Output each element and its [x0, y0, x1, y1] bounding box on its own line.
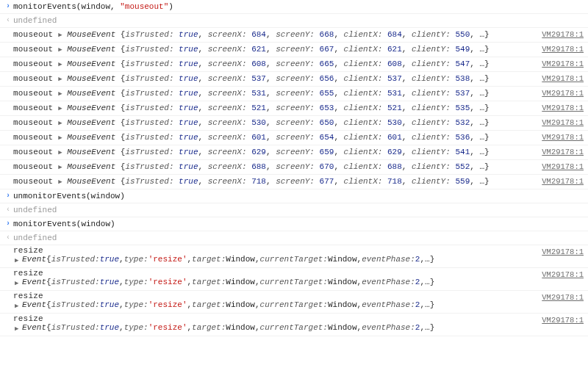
- console-log-row[interactable]: resize Event {isTrusted: true, type: 're…: [0, 314, 588, 336]
- source-link[interactable]: VM29178:1: [542, 87, 584, 99]
- event-name: resize: [13, 314, 43, 323]
- event-name: mouseout: [13, 89, 58, 98]
- console-output-row: undefined: [0, 14, 588, 28]
- event-name: mouseout: [13, 148, 58, 156]
- event-class: MouseEvent: [62, 104, 121, 112]
- undefined-value: undefined: [13, 234, 57, 242]
- event-class: MouseEvent: [62, 118, 121, 127]
- mouseevent-log: mouseout MouseEvent {isTrusted: true, sc…: [13, 43, 536, 56]
- console-log-row[interactable]: mouseout MouseEvent {isTrusted: true, sc…: [0, 72, 588, 87]
- output-icon: [3, 232, 13, 244]
- mouseevent-log: mouseout MouseEvent {isTrusted: true, sc…: [13, 131, 536, 144]
- expand-icon[interactable]: [15, 255, 22, 267]
- expand-icon[interactable]: [15, 278, 22, 289]
- console-log-row[interactable]: resize Event {isTrusted: true, type: 're…: [0, 291, 588, 314]
- console-input-row[interactable]: monitorEvents(window, "mouseout"): [0, 0, 588, 14]
- source-link[interactable]: VM29178:1: [542, 269, 584, 281]
- input-prompt-icon: [3, 1, 13, 12]
- mouseevent-log: mouseout MouseEvent {isTrusted: true, sc…: [13, 117, 536, 129]
- console-log-row[interactable]: mouseout MouseEvent {isTrusted: true, sc…: [0, 43, 588, 57]
- input-prompt-icon: [3, 218, 13, 230]
- source-link[interactable]: VM29178:1: [542, 58, 584, 70]
- mouseevent-log: mouseout MouseEvent {isTrusted: true, sc…: [13, 102, 536, 115]
- event-name: mouseout: [13, 45, 58, 54]
- source-link[interactable]: VM29178:1: [542, 146, 584, 158]
- mouseevent-log: mouseout MouseEvent {isTrusted: true, sc…: [13, 176, 536, 188]
- event-name: mouseout: [13, 74, 58, 83]
- event-class: MouseEvent: [62, 162, 121, 171]
- source-link[interactable]: VM29178:1: [542, 29, 584, 40]
- console-log-row[interactable]: mouseout MouseEvent {isTrusted: true, sc…: [0, 87, 588, 101]
- console-log-row[interactable]: mouseout MouseEvent {isTrusted: true, sc…: [0, 116, 588, 131]
- console-input[interactable]: unmonitorEvents(window): [13, 190, 584, 202]
- source-link[interactable]: VM29178:1: [542, 246, 584, 258]
- event-name: mouseout: [13, 177, 58, 186]
- event-name: mouseout: [13, 133, 58, 142]
- event-name: mouseout: [13, 118, 58, 127]
- event-class: Event: [22, 323, 46, 332]
- console-log-row[interactable]: mouseout MouseEvent {isTrusted: true, sc…: [0, 131, 588, 145]
- source-link[interactable]: VM29178:1: [542, 314, 584, 326]
- source-link[interactable]: VM29178:1: [542, 131, 584, 143]
- console-log-row[interactable]: mouseout MouseEvent {isTrusted: true, sc…: [0, 145, 588, 160]
- console-log-row[interactable]: mouseout MouseEvent {isTrusted: true, sc…: [0, 101, 588, 116]
- event-name: resize: [13, 269, 43, 278]
- console-output: undefined: [13, 232, 584, 244]
- event-name: mouseout: [13, 162, 58, 171]
- mouseevent-log: mouseout MouseEvent {isTrusted: true, sc…: [13, 29, 536, 41]
- event-class: MouseEvent: [62, 30, 121, 39]
- console-log-row[interactable]: mouseout MouseEvent {isTrusted: true, sc…: [0, 57, 588, 72]
- mouseevent-log: mouseout MouseEvent {isTrusted: true, sc…: [13, 146, 536, 159]
- console-input[interactable]: monitorEvents(window, "mouseout"): [13, 1, 584, 12]
- event-class: Event: [22, 278, 46, 286]
- output-icon: [3, 204, 13, 216]
- event-class: MouseEvent: [62, 177, 121, 186]
- expand-icon[interactable]: [15, 323, 22, 335]
- source-link[interactable]: VM29178:1: [542, 43, 584, 55]
- console-output-row: undefined: [0, 231, 588, 245]
- event-name: resize: [13, 292, 43, 300]
- console-input[interactable]: monitorEvents(window): [13, 218, 584, 230]
- mouseevent-log: mouseout MouseEvent {isTrusted: true, sc…: [13, 87, 536, 100]
- console-log-row[interactable]: mouseout MouseEvent {isTrusted: true, sc…: [0, 175, 588, 189]
- event-name: mouseout: [13, 30, 58, 39]
- event-name: mouseout: [13, 59, 58, 68]
- mouseevent-log: mouseout MouseEvent {isTrusted: true, sc…: [13, 161, 536, 173]
- console-output: undefined: [13, 15, 584, 26]
- event-class: Event: [22, 300, 46, 309]
- console-input-row[interactable]: unmonitorEvents(window): [0, 189, 588, 203]
- event-name: resize: [13, 246, 43, 255]
- console-log-row[interactable]: resize Event {isTrusted: true, type: 're…: [0, 245, 588, 268]
- console-output-row: undefined: [0, 203, 588, 217]
- event-class: MouseEvent: [62, 59, 121, 68]
- source-link[interactable]: VM29178:1: [542, 102, 584, 114]
- event-class: MouseEvent: [62, 45, 121, 54]
- event-name: mouseout: [13, 104, 58, 112]
- source-link[interactable]: VM29178:1: [542, 161, 584, 173]
- source-link[interactable]: VM29178:1: [542, 117, 584, 129]
- event-class: Event: [22, 255, 46, 264]
- source-link[interactable]: VM29178:1: [542, 73, 584, 84]
- console-input-row[interactable]: monitorEvents(window): [0, 217, 588, 231]
- console-log-row[interactable]: mouseout MouseEvent {isTrusted: true, sc…: [0, 160, 588, 175]
- event-class: MouseEvent: [62, 74, 121, 83]
- console-log-row[interactable]: mouseout MouseEvent {isTrusted: true, sc…: [0, 28, 588, 43]
- console-log-row[interactable]: resize Event {isTrusted: true, type: 're…: [0, 268, 588, 291]
- output-icon: [3, 15, 13, 26]
- expand-icon[interactable]: [15, 300, 22, 312]
- mouseevent-log: mouseout MouseEvent {isTrusted: true, sc…: [13, 58, 536, 70]
- input-prompt-icon: [3, 190, 13, 202]
- undefined-value: undefined: [13, 206, 57, 214]
- undefined-value: undefined: [13, 16, 57, 25]
- source-link[interactable]: VM29178:1: [542, 292, 584, 303]
- source-link[interactable]: VM29178:1: [542, 176, 584, 187]
- mouseevent-log: mouseout MouseEvent {isTrusted: true, sc…: [13, 73, 536, 85]
- event-class: MouseEvent: [62, 133, 121, 142]
- devtools-console[interactable]: monitorEvents(window, "mouseout")undefin…: [0, 0, 588, 376]
- event-class: MouseEvent: [62, 148, 121, 156]
- console-output: undefined: [13, 204, 584, 216]
- event-class: MouseEvent: [62, 89, 121, 98]
